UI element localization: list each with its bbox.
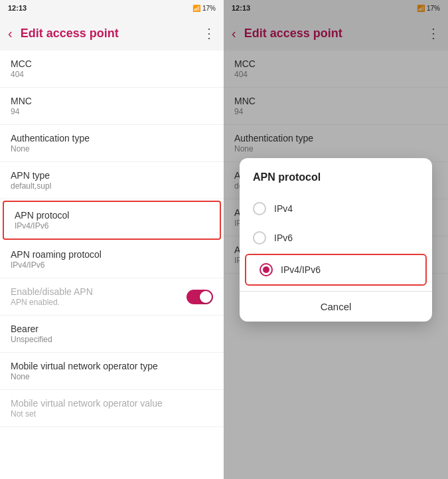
bearer-label: Bearer	[11, 324, 213, 334]
mvno-value-label: Mobile virtual network operator value	[11, 398, 213, 409]
mvno-type-label: Mobile virtual network operator type	[11, 361, 213, 371]
dialog-option-ipv4ipv6[interactable]: IPv4/IPv6	[245, 254, 427, 286]
enable-apn-text-group: Enable/disable APN APN enabled.	[11, 286, 93, 307]
mvno-type-value: None	[11, 372, 213, 381]
apn-roaming-value: IPv4/IPv6	[11, 260, 213, 270]
mnc-value: 94	[11, 107, 213, 116]
mcc-value: 404	[11, 70, 213, 79]
apn-protocol-dialog: APN protocol IPv4 IPv6 IPv4/IPv6 Cancel	[240, 158, 432, 322]
dialog-option-ipv4[interactable]: IPv4	[240, 194, 432, 223]
apn-protocol-label: APN protocol	[15, 210, 209, 221]
enable-apn-label: Enable/disable APN	[11, 286, 93, 297]
mvno-value-value: Not set	[11, 409, 213, 419]
left-time: 12:13	[8, 4, 27, 12]
apn-type-value: default,supl	[11, 181, 213, 191]
setting-auth-type[interactable]: Authentication type None	[0, 125, 224, 162]
setting-mvno-type[interactable]: Mobile virtual network operator type Non…	[0, 353, 224, 390]
enable-apn-toggle[interactable]	[187, 290, 213, 304]
enable-apn-value: APN enabled.	[11, 298, 93, 307]
apn-type-label: APN type	[11, 170, 213, 181]
battery-text: 17%	[202, 5, 216, 12]
auth-type-label: Authentication type	[11, 133, 213, 144]
auth-type-value: None	[11, 144, 213, 153]
setting-enable-apn[interactable]: Enable/disable APN APN enabled.	[0, 278, 224, 316]
dialog-title: APN protocol	[240, 171, 432, 194]
dialog-label-ipv4ipv6: IPv4/IPv6	[281, 264, 321, 275]
radio-ipv4ipv6	[260, 263, 273, 276]
left-back-button[interactable]: ‹	[8, 26, 13, 41]
right-phone-panel: 12:13 📶 17% ‹ Edit access point ⋮ MCC 40…	[224, 0, 448, 479]
setting-apn-protocol[interactable]: APN protocol IPv4/IPv6	[3, 201, 221, 240]
dialog-cancel-button[interactable]: Cancel	[240, 292, 432, 322]
apn-roaming-label: APN roaming protocol	[11, 249, 213, 260]
left-status-icons: 📶 17%	[192, 5, 216, 12]
setting-mnc[interactable]: MNC 94	[0, 88, 224, 125]
left-toolbar: ‹ Edit access point ⋮	[0, 16, 224, 50]
setting-mcc[interactable]: MCC 404	[0, 50, 224, 88]
enable-apn-row: Enable/disable APN APN enabled.	[11, 286, 213, 307]
left-more-button[interactable]: ⋮	[202, 25, 216, 41]
dialog-label-ipv6: IPv6	[274, 233, 293, 243]
bearer-value: Unspecified	[11, 335, 213, 344]
mcc-label: MCC	[11, 58, 213, 69]
left-settings-list: MCC 404 MNC 94 Authentication type None …	[0, 50, 224, 479]
left-page-title: Edit access point	[21, 27, 194, 41]
dialog-option-ipv6[interactable]: IPv6	[240, 223, 432, 252]
radio-ipv6	[253, 231, 266, 244]
left-phone-panel: 12:13 📶 17% ‹ Edit access point ⋮ MCC 40…	[0, 0, 224, 479]
setting-apn-type[interactable]: APN type default,supl	[0, 162, 224, 199]
wifi-icon: 📶	[192, 5, 200, 12]
radio-ipv4	[253, 202, 266, 215]
dialog-label-ipv4: IPv4	[274, 203, 293, 214]
setting-apn-roaming[interactable]: APN roaming protocol IPv4/IPv6	[0, 241, 224, 278]
apn-protocol-value: IPv4/IPv6	[15, 221, 209, 231]
dialog-overlay: APN protocol IPv4 IPv6 IPv4/IPv6 Cancel	[224, 0, 448, 479]
setting-mvno-value[interactable]: Mobile virtual network operator value No…	[0, 390, 224, 427]
mnc-label: MNC	[11, 96, 213, 106]
left-status-bar: 12:13 📶 17%	[0, 0, 224, 16]
setting-bearer[interactable]: Bearer Unspecified	[0, 316, 224, 353]
